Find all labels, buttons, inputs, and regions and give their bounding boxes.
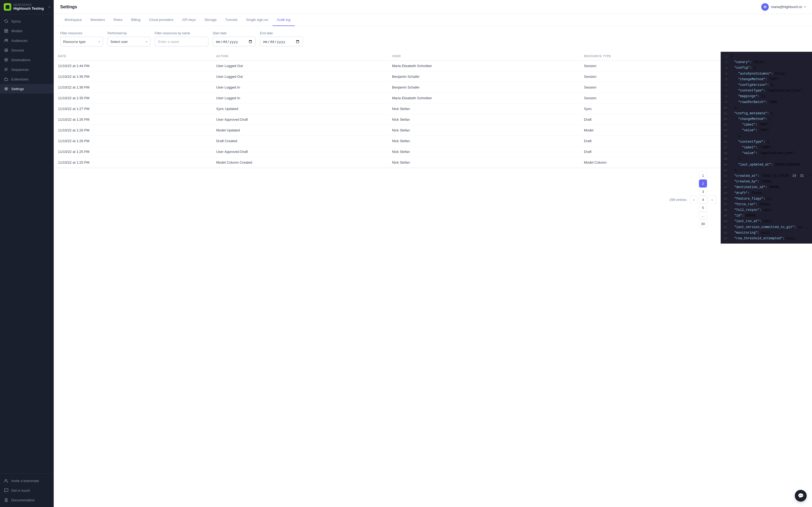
workspace-icon xyxy=(4,3,11,11)
json-line: 13 "label": "PUT", xyxy=(721,122,812,128)
cell-resource-type: Session xyxy=(580,61,720,71)
table-row[interactable]: 11/10/22 at 1:35 PM User Logged In Maria… xyxy=(54,93,720,104)
sidebar-item-settings[interactable]: Settings xyxy=(0,84,54,94)
sidebar-item-label-audiences: Audiences xyxy=(11,39,28,43)
json-line: 11 "config_metadata": { xyxy=(721,111,812,116)
cell-resource-type: Draft xyxy=(580,136,720,147)
topbar: Settings M maria@hightouch.io ▾ xyxy=(54,0,812,14)
cell-user: Benjamin Schafer xyxy=(388,71,580,82)
page-btn-2[interactable]: 2 xyxy=(699,179,707,187)
sidebar-item-syncs[interactable]: Syncs xyxy=(0,16,54,26)
page-next-button[interactable]: › xyxy=(708,195,716,204)
table-row[interactable]: 11/10/22 at 1:36 PM User Logged In Benja… xyxy=(54,82,720,93)
resource-type-select-wrapper[interactable]: Resource type ▾ xyxy=(60,37,103,46)
cell-resource-type: Draft xyxy=(580,147,720,157)
tab-members[interactable]: Members xyxy=(86,14,109,26)
table-header: DATEACTIONUSERRESOURCE TYPE xyxy=(54,52,720,61)
select-user-select[interactable]: Select user xyxy=(110,40,147,44)
chat-icon xyxy=(4,488,9,493)
workspace-header[interactable]: WORKSPACE Hightouch Testing ▾ xyxy=(0,0,54,14)
page-btn-3[interactable]: 3 xyxy=(699,187,707,195)
json-line: 32 "monitoring": null, xyxy=(721,230,812,236)
filter-name-input[interactable] xyxy=(155,37,208,46)
sidebar-item-invite[interactable]: Invite a teammate xyxy=(0,476,54,486)
table-row[interactable]: 11/10/22 at 1:25 PM User Approved Draft … xyxy=(54,147,720,157)
json-line: 16 "contentType": { xyxy=(721,139,812,145)
cell-user: Nick Stefan xyxy=(388,147,580,157)
user-menu[interactable]: M maria@hightouch.io ▾ xyxy=(761,3,806,11)
table-row[interactable]: 11/10/22 at 1:26 PM User Approved Draft … xyxy=(54,114,720,125)
json-line: 22 "created_at": "2022-11-10T20: 19: 31.… xyxy=(721,173,812,179)
page-btn-4[interactable]: 4 xyxy=(699,195,707,204)
svg-point-6 xyxy=(5,49,7,50)
resource-type-select[interactable]: Resource type xyxy=(63,40,100,44)
table-row[interactable]: 11/10/22 at 1:36 PM User Logged Out Benj… xyxy=(54,71,720,82)
cell-resource-type: Session xyxy=(580,71,720,82)
json-line: 2 "canary": false, xyxy=(721,60,812,65)
sidebar-item-models[interactable]: Models xyxy=(0,26,54,36)
tab-storage[interactable]: Storage xyxy=(200,14,221,26)
end-date-input[interactable] xyxy=(260,37,303,46)
performed-by-group: Performed by Select user ▾ xyxy=(107,32,150,46)
page-btn-1[interactable]: 1 xyxy=(699,171,707,179)
tab-audit-log[interactable]: Audit log xyxy=(272,14,295,26)
table-body: 11/10/22 at 1:44 PM User Logged Out Mari… xyxy=(54,61,720,168)
svg-point-5 xyxy=(6,39,7,40)
cell-resource-type: Session xyxy=(580,93,720,104)
table-row[interactable]: 11/10/22 at 1:25 PM Model Column Created… xyxy=(54,157,720,168)
cell-date: 11/10/22 at 1:26 PM xyxy=(54,114,212,125)
tab-cloud-providers[interactable]: Cloud providers xyxy=(145,14,178,26)
content-area: DATEACTIONUSERRESOURCE TYPE 11/10/22 at … xyxy=(54,52,812,243)
sidebar-item-extensions[interactable]: Extensions xyxy=(0,74,54,84)
json-line: 1{ xyxy=(721,54,812,60)
json-line: 25 "draft": false, xyxy=(721,190,812,196)
tab-billing[interactable]: Billing xyxy=(127,14,145,26)
sidebar-item-documentation[interactable]: Documentation xyxy=(0,495,54,505)
tab-api-keys[interactable]: API keys xyxy=(178,14,200,26)
json-line: 26 "feature_flags": {}, xyxy=(721,196,812,202)
table-row[interactable]: 11/10/22 at 1:44 PM User Logged Out Mari… xyxy=(54,61,720,71)
table-row[interactable]: 11/10/22 at 1:26 PM Model Updated Nick S… xyxy=(54,125,720,136)
tab-single-sign-on[interactable]: Single sign-on xyxy=(242,14,272,26)
sidebar-item-destinations[interactable]: Destinations xyxy=(0,55,54,65)
table-row[interactable]: 11/10/22 at 1:26 PM Draft Created Nick S… xyxy=(54,136,720,147)
json-line: 30 "last_run_at": null, xyxy=(721,219,812,224)
json-line: 23 "created_by": 73634, xyxy=(721,179,812,184)
cell-action: Sync Updated xyxy=(212,104,388,114)
pagination-bar: 299 entries ‹ 12345...30 › xyxy=(54,168,720,231)
json-line: 14 "value": "PUT" xyxy=(721,128,812,133)
start-date-label: Start date xyxy=(213,32,256,35)
sidebar-item-label-sequences: Sequences xyxy=(11,68,29,72)
page-prev-button[interactable]: ‹ xyxy=(690,195,698,204)
sidebar-item-get-in-touch[interactable]: Get in touch xyxy=(0,486,54,495)
page-btn-5[interactable]: 5 xyxy=(699,204,707,212)
json-line: 28 "full_resync": null, xyxy=(721,207,812,213)
filters-section: Filter resources Resource type ▾ Perform… xyxy=(54,26,812,52)
start-date-input[interactable] xyxy=(213,37,256,46)
svg-rect-3 xyxy=(6,31,8,33)
source-icon xyxy=(4,48,9,53)
sidebar-item-label-models: Models xyxy=(11,29,22,33)
tab-workspace[interactable]: Workspace xyxy=(60,14,86,26)
page-btn-...[interactable]: ... xyxy=(699,212,707,220)
sidebar-item-label-documentation: Documentation xyxy=(11,498,35,502)
filter-by-name-group: Filter resources by name xyxy=(155,32,208,46)
select-user-wrapper[interactable]: Select user ▾ xyxy=(107,37,150,46)
chat-widget[interactable]: 💬 xyxy=(795,490,807,502)
json-line: 24 "destination_id": 66595, xyxy=(721,184,812,190)
sidebar-item-label-sources: Sources xyxy=(11,48,24,52)
cell-action: User Approved Draft xyxy=(212,114,388,125)
sidebar-item-audiences[interactable]: Audiences xyxy=(0,36,54,45)
cell-action: User Logged In xyxy=(212,82,388,93)
audience-icon xyxy=(4,38,9,43)
sidebar-item-sequences[interactable]: Sequences xyxy=(0,65,54,74)
page-btn-30[interactable]: 30 xyxy=(699,220,707,228)
json-line: 4 "autoSyncColumns": false, xyxy=(721,71,812,77)
chat-bubble-icon: 💬 xyxy=(798,493,804,499)
table-row[interactable]: 11/10/22 at 1:27 PM Sync Updated Nick St… xyxy=(54,104,720,114)
sidebar-item-sources[interactable]: Sources xyxy=(0,45,54,55)
cell-resource-type: Session xyxy=(580,82,720,93)
tab-tunnels[interactable]: Tunnels xyxy=(221,14,242,26)
tab-roles[interactable]: Roles xyxy=(109,14,127,26)
sidebar-item-label-settings: Settings xyxy=(11,87,24,91)
